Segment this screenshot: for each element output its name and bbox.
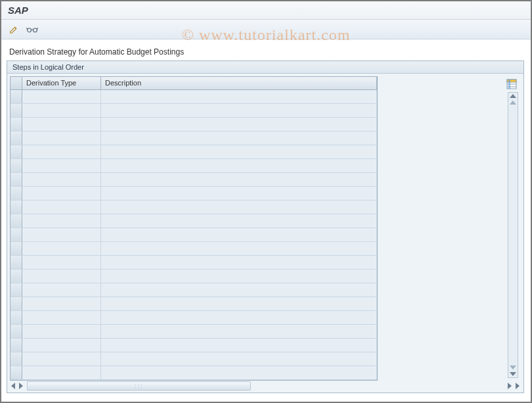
select-all-header[interactable]: [11, 77, 22, 89]
table-row[interactable]: [11, 325, 377, 339]
cell-description[interactable]: [101, 104, 377, 117]
pencil-button[interactable]: [7, 22, 21, 37]
table-row[interactable]: [11, 311, 377, 325]
row-selector[interactable]: [11, 131, 22, 145]
cell-derivation-type[interactable]: [22, 201, 101, 214]
table-row[interactable]: [11, 131, 377, 145]
row-selector[interactable]: [11, 311, 22, 324]
cell-derivation-type[interactable]: [22, 187, 101, 200]
cell-description[interactable]: [101, 90, 377, 103]
cell-description[interactable]: [101, 118, 377, 131]
table-row[interactable]: [11, 297, 377, 311]
col-header-derivation-type[interactable]: Derivation Type: [22, 77, 101, 89]
row-selector[interactable]: [11, 159, 22, 172]
table-row[interactable]: [11, 118, 377, 131]
cell-derivation-type[interactable]: [22, 270, 101, 283]
cell-description[interactable]: [101, 283, 377, 296]
row-selector[interactable]: [11, 366, 22, 379]
row-selector[interactable]: [11, 228, 22, 241]
table-row[interactable]: [11, 173, 377, 187]
cell-derivation-type[interactable]: [22, 145, 101, 158]
cell-derivation-type[interactable]: [22, 339, 101, 352]
cell-description[interactable]: [101, 270, 377, 283]
row-selector[interactable]: [11, 325, 22, 338]
row-selector[interactable]: [11, 270, 22, 283]
cell-derivation-type[interactable]: [22, 228, 101, 241]
cell-derivation-type[interactable]: [22, 118, 101, 131]
scroll-next-icon[interactable]: [508, 383, 512, 389]
cell-description[interactable]: [101, 325, 377, 338]
row-selector[interactable]: [11, 242, 22, 255]
row-selector[interactable]: [11, 297, 22, 310]
table-row[interactable]: [11, 283, 377, 297]
table-row[interactable]: [11, 339, 377, 352]
vertical-scrollbar[interactable]: [508, 92, 518, 378]
row-selector[interactable]: [11, 214, 22, 227]
row-selector[interactable]: [11, 145, 22, 158]
cell-derivation-type[interactable]: [22, 297, 101, 310]
cell-derivation-type[interactable]: [22, 352, 101, 366]
cell-derivation-type[interactable]: [22, 256, 101, 269]
hscroll-thumb[interactable]: :::: [28, 382, 251, 390]
table-row[interactable]: [11, 159, 377, 173]
table-row[interactable]: [11, 256, 377, 270]
row-selector[interactable]: [11, 173, 22, 186]
cell-description[interactable]: [101, 352, 377, 366]
cell-derivation-type[interactable]: [22, 242, 101, 255]
table-row[interactable]: [11, 366, 377, 380]
scroll-page-down-icon[interactable]: [510, 366, 516, 369]
cell-derivation-type[interactable]: [22, 131, 101, 145]
cell-description[interactable]: [101, 159, 377, 172]
row-selector[interactable]: [11, 256, 22, 269]
cell-derivation-type[interactable]: [22, 104, 101, 117]
cell-description[interactable]: [101, 297, 377, 310]
glasses-button[interactable]: [25, 22, 39, 37]
table-row[interactable]: [11, 145, 377, 159]
table-row[interactable]: [11, 214, 377, 228]
row-selector[interactable]: [11, 90, 22, 103]
cell-derivation-type[interactable]: [22, 366, 101, 379]
cell-description[interactable]: [101, 145, 377, 158]
cell-description[interactable]: [101, 256, 377, 269]
cell-derivation-type[interactable]: [22, 214, 101, 227]
table-settings-button[interactable]: [506, 79, 517, 89]
cell-derivation-type[interactable]: [22, 173, 101, 186]
row-selector[interactable]: [11, 187, 22, 200]
scroll-prev-icon[interactable]: [19, 383, 23, 389]
scroll-up-icon[interactable]: [510, 94, 516, 98]
cell-description[interactable]: [101, 173, 377, 186]
row-selector[interactable]: [11, 201, 22, 214]
cell-derivation-type[interactable]: [22, 311, 101, 324]
scroll-last-icon[interactable]: [516, 383, 520, 389]
table-row[interactable]: [11, 201, 377, 214]
cell-description[interactable]: [101, 366, 377, 379]
row-selector[interactable]: [11, 104, 22, 117]
cell-derivation-type[interactable]: [22, 325, 101, 338]
scroll-page-up-icon[interactable]: [510, 101, 516, 105]
cell-description[interactable]: [101, 187, 377, 200]
cell-derivation-type[interactable]: [22, 283, 101, 296]
col-header-description[interactable]: Description: [101, 77, 377, 89]
table-row[interactable]: [11, 352, 377, 366]
row-selector[interactable]: [11, 352, 22, 366]
table-row[interactable]: [11, 90, 377, 104]
cell-description[interactable]: [101, 214, 377, 227]
cell-description[interactable]: [101, 311, 377, 324]
cell-derivation-type[interactable]: [22, 90, 101, 103]
table-row[interactable]: [11, 228, 377, 242]
table-row[interactable]: [11, 104, 377, 118]
hscroll-track[interactable]: :::: [27, 381, 250, 391]
cell-description[interactable]: [101, 242, 377, 255]
row-selector[interactable]: [11, 283, 22, 296]
cell-derivation-type[interactable]: [22, 159, 101, 172]
row-selector[interactable]: [11, 339, 22, 352]
row-selector[interactable]: [11, 118, 22, 131]
cell-description[interactable]: [101, 131, 377, 145]
table-row[interactable]: [11, 270, 377, 283]
scroll-down-icon[interactable]: [510, 372, 516, 376]
table-row[interactable]: [11, 187, 377, 201]
cell-description[interactable]: [101, 339, 377, 352]
cell-description[interactable]: [101, 228, 377, 241]
cell-description[interactable]: [101, 201, 377, 214]
scroll-first-icon[interactable]: [11, 383, 15, 389]
